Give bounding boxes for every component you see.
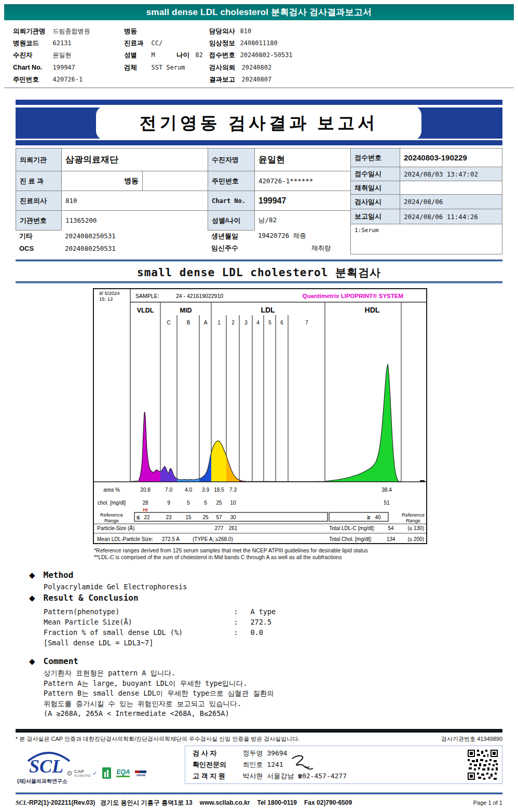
particle-value: 277: [215, 525, 224, 531]
chart-footnotes: *Reference ranges derived from 125 serum…: [94, 547, 368, 561]
field-label: 병원코드: [13, 39, 50, 48]
field-row: 검체 SST Serum: [124, 62, 185, 72]
comment-body: 상기환자 표현형은 pattern A 입니다. Pattern A는 larg…: [44, 668, 274, 719]
field-value: 82: [195, 51, 202, 59]
signature-row: 검 사 자 정두영 39694: [193, 748, 287, 758]
info-label: 생년월일: [208, 230, 255, 242]
subband-label: B: [187, 320, 190, 326]
lipoprint-brand: Quantimetrix LIPOPRINT® SYSTEM: [303, 293, 403, 299]
subband-label: C: [167, 320, 170, 326]
info-label: 진료의사: [16, 191, 62, 211]
diamond-bullet-icon: ◆: [29, 571, 35, 580]
subband-label: 3: [244, 320, 248, 326]
info-label: 의뢰기관: [16, 148, 62, 171]
total-ldl-label: Total LDL-C [mg/dl]:: [329, 525, 375, 531]
info-value: 2024/08/06: [400, 194, 502, 209]
chart-date: 8/ 5/2024: [99, 290, 120, 296]
bottom-divider: [16, 792, 502, 794]
field-row: 접수번호 20240802-50531: [209, 50, 293, 60]
info-value: 2024/08/03 13:47:02: [400, 167, 502, 181]
info-value: 2024/08/06 11:44:26: [400, 209, 502, 224]
info-value: 윤일현: [254, 148, 351, 171]
page-number: Page 1 of 1: [473, 800, 502, 806]
comment-heading: Comment: [44, 656, 78, 666]
svg-text:10: 10: [230, 500, 236, 506]
info-label: 접수일시: [350, 167, 400, 181]
sig-label: 확인전문의: [193, 760, 240, 769]
field-value: CC/: [151, 39, 162, 47]
info-value: 삼광의료재단: [61, 148, 208, 171]
field-label: 임상정보: [209, 39, 238, 48]
top-title-bar: small dense LDL cholesterol 분획검사 검사결과보고서: [4, 4, 514, 20]
doc-code-scl: SCL: [16, 799, 27, 807]
info-value: 2024080250531: [61, 230, 208, 242]
method-body: Polyacrylamide Gel Electrophoresis: [44, 583, 187, 591]
green-cert-icon: [102, 767, 111, 779]
footer-bar: [16, 729, 502, 733]
result-heading: Result & Conclusion: [44, 593, 139, 603]
doc-code: -RP2(1)-202211(Rev.03): [27, 799, 95, 806]
anab-text: ANAB: [135, 774, 146, 777]
total-ldl-ref: (≤ 130): [407, 525, 424, 531]
ref-ge-sign: ≥: [367, 514, 370, 520]
sig-label: 검 사 자: [193, 749, 240, 758]
baseline-mark: [420, 480, 425, 482]
result-row: Pattern(phenotype) : A type: [44, 607, 276, 618]
field-value: 20240802-50531: [240, 51, 292, 59]
field-value: 62131: [52, 39, 71, 47]
info-value: 남/82: [254, 210, 351, 231]
svg-text:25: 25: [202, 515, 209, 520]
fax: Fax 02)790-6509: [304, 799, 352, 806]
comment-line: 상기환자 표현형은 pattern A 입니다.: [44, 668, 274, 679]
info-label: OCS: [16, 242, 62, 254]
report-title: small dense LDL cholesterol 분획검사 검사결과보고서: [146, 6, 372, 18]
cap-check-icon: ✓: [92, 770, 97, 777]
result-row: Mean Particle Size(Å) : 272.5: [44, 618, 276, 628]
specimen-cell: 1:Serum: [350, 224, 502, 254]
cap-accredited-text: ACCREDITED: [74, 774, 91, 777]
field-label: 진료과: [124, 39, 149, 48]
ref-label-right: Reference: [402, 512, 425, 518]
colon: :: [234, 607, 238, 616]
field-value: 199947: [52, 64, 75, 71]
qr-code: [468, 750, 498, 780]
info-label: 기관번호: [16, 210, 62, 231]
svg-text:15: 15: [185, 515, 192, 520]
mean-row-label: Mean LDL-Particle Size:: [97, 536, 153, 542]
banner-band: 전기영동 검사결과 보고서: [16, 107, 502, 139]
svg-text:5: 5: [204, 500, 207, 506]
banner-strip-bottom: [16, 140, 502, 145]
field-value: 20240802: [241, 64, 271, 71]
svg-text:38.4: 38.4: [381, 487, 392, 493]
comment-line: 위험도를 증가시킬 수 있는 위험인자로 보고되고 있습니다.: [44, 699, 274, 709]
method-heading: Method: [44, 570, 74, 580]
banner-title: 전기영동 검사결과 보고서: [140, 112, 378, 135]
comment-line: (A ≥268A, 265A < Intermediate <268A, B≤2…: [44, 709, 274, 719]
subband-label: A: [204, 320, 208, 326]
field-row: 병동: [124, 26, 149, 36]
banner-window: 전기영동 검사결과 보고서: [96, 106, 421, 140]
signature-row: 확인전문의 최인호 1241: [193, 760, 283, 769]
info-label: Chart No.: [208, 191, 255, 211]
ref-hdl-value: 40: [375, 515, 381, 520]
ref-label-left: Range: [104, 518, 119, 523]
field-row: 임상정보 2408011180: [209, 38, 278, 48]
svg-text:4.0: 4.0: [185, 487, 192, 493]
subband-label: 5: [268, 320, 271, 326]
field-row: 진료과 CC/: [124, 38, 162, 48]
svg-text:57: 57: [216, 515, 222, 520]
eqa-logo: EQA: [116, 769, 130, 777]
subband-label: 2: [231, 320, 235, 326]
sig-value: 정두영 39694: [242, 749, 287, 757]
diamond-bullet-icon: ◆: [29, 657, 35, 666]
chol-row-label: chol. [mg/dl]: [98, 500, 126, 506]
info-value: 420726-1******: [254, 171, 351, 191]
signature-box: 검 사 자 정두영 39694 확인전문의 최인호 1241 고 객 지 원 박…: [185, 746, 502, 784]
footer-note-row: * 본 검사실은 CAP 인증과 대한진단검사의학회/진단검사의학재단의 우수검…: [16, 735, 502, 743]
subband-label: 4: [256, 320, 260, 326]
field-value: 420726-1: [52, 76, 83, 83]
svg-text:3.9: 3.9: [202, 487, 209, 493]
particle-value: 261: [229, 525, 238, 531]
total-chol-value: 134: [387, 536, 396, 542]
field-row: 수진자 윤일현: [13, 50, 71, 60]
